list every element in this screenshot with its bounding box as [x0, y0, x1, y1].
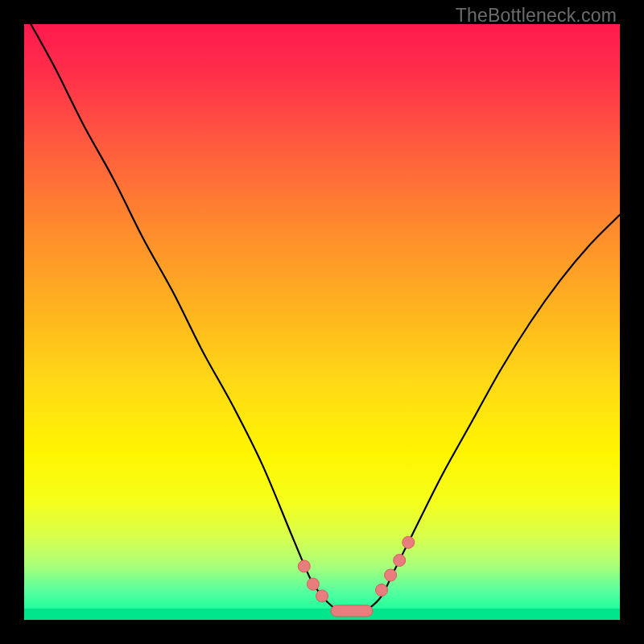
bottleneck-curve [24, 24, 620, 615]
chart-frame: TheBottleneck.com [0, 0, 644, 644]
curve-marker [298, 560, 310, 572]
curve-marker [376, 584, 388, 597]
curve-flat-segment [331, 605, 373, 617]
curve-marker [402, 536, 415, 548]
plot-area [24, 24, 620, 620]
bottleneck-curve-svg [24, 24, 620, 620]
curve-marker [307, 578, 319, 590]
curve-marker [394, 555, 406, 567]
curve-marker [385, 569, 397, 581]
curve-marker [316, 590, 328, 602]
curve-markers [298, 536, 415, 617]
watermark-text: TheBottleneck.com [456, 5, 617, 27]
